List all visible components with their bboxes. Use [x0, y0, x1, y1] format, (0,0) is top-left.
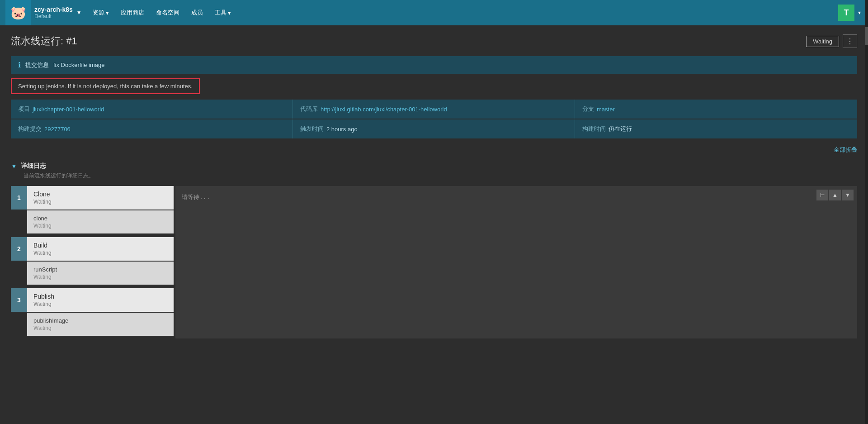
- log-up-button[interactable]: ▲: [829, 190, 841, 200]
- nav-resources[interactable]: 资源 ▾: [87, 6, 114, 19]
- meta-repo-label: 代码库: [300, 105, 318, 113]
- meta-repo-link[interactable]: http://jiuxi.gitlab.com/jiuxi/chapter-00…: [321, 106, 447, 113]
- avatar-dropdown-button[interactable]: ▾: [856, 9, 863, 17]
- stage-info-1[interactable]: Clone Waiting: [27, 186, 174, 210]
- status-badge: Waiting: [806, 36, 839, 47]
- stage-number-1: 1: [11, 186, 27, 210]
- stage-name-1: Clone: [33, 191, 167, 198]
- stage-sub-name-publishimage: publishImage: [33, 317, 167, 324]
- stage-group-3: 3 Publish Waiting publishImage Waiting: [11, 288, 174, 337]
- page-title: 流水线运行: #1: [11, 34, 77, 48]
- log-down-button[interactable]: ▼: [842, 190, 854, 200]
- warning-box: Setting up jenkins. If it is not deploye…: [11, 78, 200, 94]
- nav-namespace[interactable]: 命名空间: [151, 6, 185, 19]
- meta-grid-2: 构建提交 29277706 触发时间 2 hours ago 构建时间 仍在运行: [11, 119, 857, 138]
- meta-duration: 构建时间 仍在运行: [575, 119, 857, 138]
- meta-trigger-label: 触发时间: [300, 125, 324, 133]
- stage-number-2: 2: [11, 237, 27, 261]
- stage-number-3: 3: [11, 288, 27, 312]
- meta-grid-1: 项目 jiuxi/chapter-001-helloworld 代码库 http…: [11, 100, 857, 119]
- stage-group-2: 2 Build Waiting runScript Waiting: [11, 237, 174, 286]
- stage-main-2: 2 Build Waiting: [11, 237, 174, 261]
- meta-duration-value: 仍在运行: [609, 125, 632, 133]
- stage-sub-status-runscript: Waiting: [33, 274, 167, 280]
- meta-project-link[interactable]: jiuxi/chapter-001-helloworld: [33, 106, 104, 113]
- stage-name-3: Publish: [33, 293, 167, 300]
- detail-chevron-icon: ▼: [11, 162, 17, 170]
- info-commit-message: fix Dockerfile image: [53, 62, 104, 68]
- detail-title: 详细日志: [21, 162, 46, 170]
- log-waiting-text: 请等待...: [182, 194, 210, 200]
- meta-commit: 构建提交 29277706: [11, 119, 293, 138]
- meta-branch-label: 分支: [582, 105, 594, 113]
- navbar: 🐷 zcy-arch-k8s Default ▼ 资源 ▾ 应用商店 命名空间 …: [0, 0, 868, 25]
- stage-main-3: 3 Publish Waiting: [11, 288, 174, 312]
- info-bar: ℹ 提交信息 fix Dockerfile image: [11, 56, 857, 74]
- nav-appstore[interactable]: 应用商店: [115, 6, 150, 19]
- avatar[interactable]: T: [838, 5, 854, 21]
- stage-status-1: Waiting: [33, 199, 167, 205]
- detail-subtitle: 当前流水线运行的详细日志。: [24, 172, 857, 180]
- scroll-thumb: [865, 27, 868, 45]
- meta-branch-link[interactable]: master: [597, 106, 615, 113]
- log-first-button[interactable]: ⊢: [816, 190, 828, 200]
- stage-status-2: Waiting: [33, 250, 167, 256]
- stage-sub-status-publishimage: Waiting: [33, 325, 167, 331]
- logo-icon: 🐷: [10, 5, 26, 20]
- navbar-project: zcy-arch-k8s Default: [34, 6, 73, 19]
- page-header-actions: Waiting ⋮: [806, 34, 857, 48]
- scrollbar[interactable]: [865, 0, 868, 424]
- stage-sub-clone[interactable]: clone Waiting: [27, 210, 174, 233]
- log-toolbar: ⊢ ▲ ▼: [816, 190, 854, 200]
- collapse-control: 全部折叠: [11, 146, 857, 154]
- stage-sub-runscript[interactable]: runScript Waiting: [27, 262, 174, 285]
- navbar-menu: 资源 ▾ 应用商店 命名空间 成员 工具 ▾: [87, 6, 236, 19]
- meta-repo: 代码库 http://jiuxi.gitlab.com/jiuxi/chapte…: [293, 100, 575, 119]
- nav-tools[interactable]: 工具 ▾: [209, 6, 236, 19]
- meta-duration-label: 构建时间: [582, 125, 606, 133]
- navbar-logo: 🐷: [5, 0, 31, 25]
- detail-header[interactable]: ▼ 详细日志: [11, 158, 857, 172]
- project-name: zcy-arch-k8s: [34, 6, 73, 13]
- stage-info-3[interactable]: Publish Waiting: [27, 288, 174, 312]
- main-content: 流水线运行: #1 Waiting ⋮ ℹ 提交信息 fix Dockerfil…: [0, 25, 868, 348]
- stage-main-1: 1 Clone Waiting: [11, 186, 174, 210]
- stage-name-2: Build: [33, 242, 167, 249]
- pipeline-stages: 1 Clone Waiting clone Waiting 2 Build: [11, 186, 174, 338]
- warning-text: Setting up jenkins. If it is not deploye…: [18, 83, 193, 90]
- meta-trigger: 触发时间 2 hours ago: [293, 119, 575, 138]
- stage-sub-publishimage[interactable]: publishImage Waiting: [27, 313, 174, 336]
- log-content: 请等待...: [175, 186, 857, 209]
- project-env: Default: [34, 13, 73, 19]
- stage-sub-status-clone: Waiting: [33, 223, 167, 229]
- nav-members[interactable]: 成员: [186, 6, 208, 19]
- stage-status-3: Waiting: [33, 301, 167, 307]
- more-button[interactable]: ⋮: [843, 34, 857, 48]
- stage-group-1: 1 Clone Waiting clone Waiting: [11, 186, 174, 234]
- stage-sub-name-runscript: runScript: [33, 266, 167, 273]
- info-label: 提交信息: [25, 61, 49, 69]
- meta-project-label: 项目: [18, 105, 30, 113]
- log-panel: ⊢ ▲ ▼ 请等待...: [175, 186, 857, 338]
- project-dropdown-button[interactable]: ▼: [75, 9, 84, 17]
- info-icon: ℹ: [18, 61, 21, 69]
- meta-project: 项目 jiuxi/chapter-001-helloworld: [11, 100, 293, 119]
- meta-branch: 分支 master: [575, 100, 857, 119]
- collapse-all-button[interactable]: 全部折叠: [834, 146, 857, 154]
- detail-section: ▼ 详细日志 当前流水线运行的详细日志。: [11, 158, 857, 180]
- meta-commit-link[interactable]: 29277706: [44, 126, 71, 133]
- pipeline-container: 1 Clone Waiting clone Waiting 2 Build: [11, 186, 857, 338]
- page-header: 流水线运行: #1 Waiting ⋮: [11, 34, 857, 48]
- meta-commit-label: 构建提交: [18, 125, 42, 133]
- stage-sub-name-clone: clone: [33, 215, 167, 222]
- meta-trigger-value: 2 hours ago: [326, 126, 358, 133]
- stage-info-2[interactable]: Build Waiting: [27, 237, 174, 261]
